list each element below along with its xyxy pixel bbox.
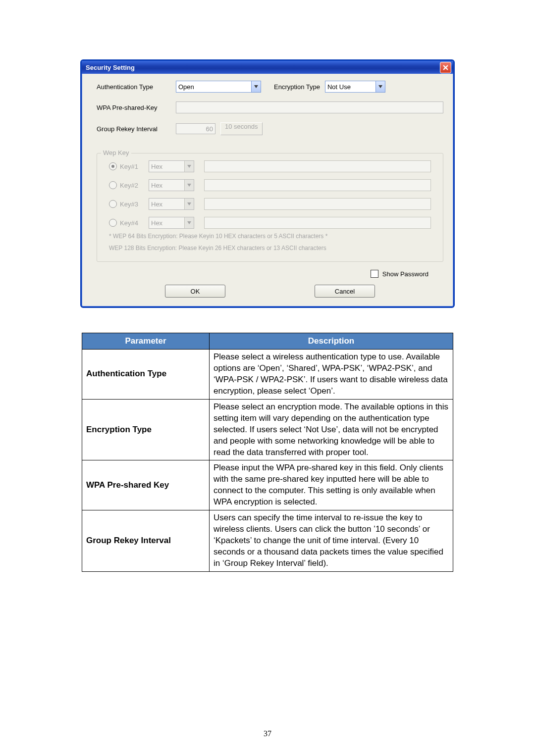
wep-key-2-radio[interactable]: Key#2 bbox=[109, 181, 139, 189]
close-icon[interactable] bbox=[440, 62, 451, 73]
wep-key-1-mode-select[interactable]: Hex bbox=[149, 160, 194, 172]
encryption-type-value: Not Use bbox=[325, 81, 375, 92]
desc-authentication-type: Please select a wireless authentication … bbox=[210, 350, 453, 400]
table-row: Group Rekey Interval Users can specify t… bbox=[82, 510, 453, 572]
table-header-parameter: Parameter bbox=[82, 333, 210, 350]
param-encryption-type: Encryption Type bbox=[82, 399, 210, 460]
wep-key-3-mode-select[interactable]: Hex bbox=[149, 198, 194, 210]
parameter-table: Parameter Description Authentication Typ… bbox=[82, 333, 453, 572]
wep-key-4-radio[interactable]: Key#4 bbox=[109, 219, 139, 227]
chevron-down-icon bbox=[184, 217, 194, 228]
wep-key-4-value-input[interactable] bbox=[204, 217, 431, 229]
wep-key-2-mode-select[interactable]: Hex bbox=[149, 179, 194, 191]
wep-note-2: WEP 128 Bits Encryption: Please Keyin 26… bbox=[109, 244, 431, 252]
wep-key-1-radio[interactable]: Key#1 bbox=[109, 162, 139, 170]
wep-key-2-mode: Hex bbox=[149, 180, 184, 191]
wep-key-3-radio[interactable]: Key#3 bbox=[109, 200, 139, 208]
cancel-button[interactable]: Cancel bbox=[315, 285, 375, 298]
dialog-title: Security Setting bbox=[86, 64, 135, 71]
table-row: WPA Pre-shared Key Please input the WPA … bbox=[82, 460, 453, 510]
chevron-down-icon bbox=[251, 81, 261, 92]
group-rekey-unit-button[interactable]: 10 seconds bbox=[220, 122, 263, 135]
security-setting-dialog: Security Setting Authentication Type Ope… bbox=[80, 59, 455, 308]
group-rekey-label: Group Rekey Interval bbox=[97, 125, 171, 133]
chevron-down-icon bbox=[184, 199, 194, 209]
wep-key-legend: Wep Key bbox=[101, 149, 131, 156]
wep-key-4-label: Key#4 bbox=[120, 219, 138, 227]
group-rekey-input[interactable]: 60 bbox=[176, 123, 215, 134]
chevron-down-icon bbox=[375, 81, 385, 92]
wep-key-1-mode: Hex bbox=[149, 161, 184, 172]
wep-key-3-label: Key#3 bbox=[120, 201, 138, 208]
wep-key-group: Wep Key Key#1 Hex Key#2 bbox=[97, 153, 443, 262]
authentication-type-value: Open bbox=[176, 81, 251, 92]
table-row: Authentication Type Please select a wire… bbox=[82, 350, 453, 400]
wep-key-1-value-input[interactable] bbox=[204, 160, 431, 172]
encryption-type-select[interactable]: Not Use bbox=[325, 81, 385, 93]
wep-key-3-mode: Hex bbox=[149, 199, 184, 209]
wep-key-1-label: Key#1 bbox=[120, 163, 138, 170]
param-group-rekey: Group Rekey Interval bbox=[82, 510, 210, 572]
desc-wpa-psk: Please input the WPA pre-shared key in t… bbox=[210, 460, 453, 510]
wep-note-1: * WEP 64 Bits Encryption: Please Keyin 1… bbox=[109, 232, 431, 241]
wep-key-2-label: Key#2 bbox=[120, 182, 138, 189]
authentication-type-select[interactable]: Open bbox=[176, 81, 261, 93]
param-authentication-type: Authentication Type bbox=[82, 350, 210, 400]
wpa-psk-label: WPA Pre-shared-Key bbox=[97, 104, 171, 111]
wpa-psk-input[interactable] bbox=[176, 101, 443, 113]
show-password-label: Show Password bbox=[382, 270, 428, 278]
titlebar: Security Setting bbox=[82, 61, 453, 74]
wep-key-4-mode: Hex bbox=[149, 217, 184, 228]
table-row: Encryption Type Please select an encrypt… bbox=[82, 399, 453, 460]
desc-encryption-type: Please select an encryption mode. The av… bbox=[210, 399, 453, 460]
wep-key-3-value-input[interactable] bbox=[204, 198, 431, 210]
show-password-checkbox[interactable] bbox=[371, 270, 378, 278]
desc-group-rekey: Users can specify the time interval to r… bbox=[210, 510, 453, 572]
authentication-type-label: Authentication Type bbox=[97, 83, 171, 91]
dialog-body: Authentication Type Open Encryption Type… bbox=[82, 74, 453, 306]
ok-button[interactable]: OK bbox=[165, 285, 225, 298]
wep-key-4-mode-select[interactable]: Hex bbox=[149, 217, 194, 229]
wep-key-2-value-input[interactable] bbox=[204, 179, 431, 191]
param-wpa-psk: WPA Pre-shared Key bbox=[82, 460, 210, 510]
page-number: 37 bbox=[0, 729, 535, 738]
table-header-description: Description bbox=[210, 333, 453, 350]
chevron-down-icon bbox=[184, 161, 194, 172]
encryption-type-label: Encryption Type bbox=[274, 83, 320, 91]
chevron-down-icon bbox=[184, 180, 194, 191]
